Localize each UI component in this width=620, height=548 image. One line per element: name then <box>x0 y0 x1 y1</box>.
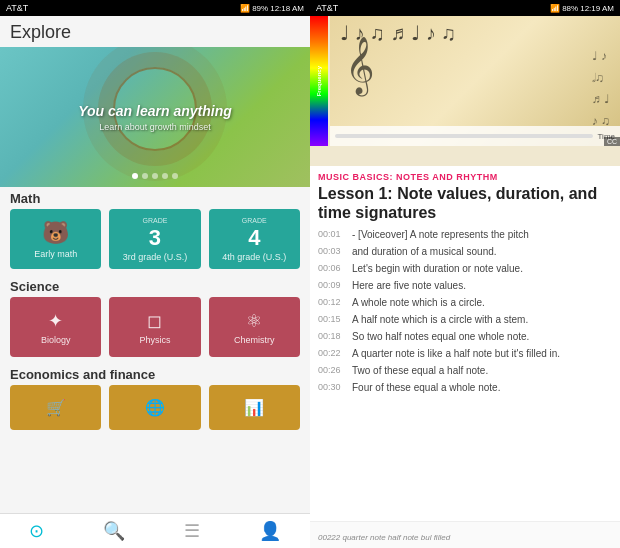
lesson-meta: MUSIC BASICS: NOTES AND RHYTHM <box>310 166 620 184</box>
note-bar-text: 00222 quarter note half note bul filled <box>318 533 450 542</box>
hero-banner[interactable]: You can learn anything Learn about growt… <box>0 47 310 187</box>
transcript-row: 00:12A whole note which is a circle. <box>318 296 612 309</box>
left-status-icons: 📶 89% 12:18 AM <box>240 4 304 13</box>
biology-label: Biology <box>39 335 73 345</box>
hero-dots <box>132 173 178 179</box>
transcript-timestamp: 00:15 <box>318 313 346 324</box>
econ-card-2[interactable]: 🌐 <box>109 385 200 430</box>
transcript-text: and duration of a musical sound. <box>352 245 497 258</box>
spectrum-label: Frequency <box>310 16 328 146</box>
math-label: Math <box>0 187 310 209</box>
transcript-text: Two of these equal a half note. <box>352 364 488 377</box>
transcript-text: Four of these equal a whole note. <box>352 381 500 394</box>
transcript-area[interactable]: 00:01- [Voiceover] A note represents the… <box>310 228 620 521</box>
transcript-text: A whole note which is a circle. <box>352 296 485 309</box>
transcript-row: 00:03and duration of a musical sound. <box>318 245 612 258</box>
early-math-label: Early math <box>32 249 79 259</box>
right-carrier: AT&T <box>316 3 338 13</box>
economics-grid: 🛒 🌐 📊 <box>0 385 310 436</box>
econ-card-1[interactable]: 🛒 <box>10 385 101 430</box>
nav-menu-icon[interactable]: ☰ <box>184 520 200 542</box>
transcript-text: Here are five note values. <box>352 279 466 292</box>
dot-1 <box>132 173 138 179</box>
biology-icon: ✦ <box>48 310 63 332</box>
economics-label: Economics and finance <box>0 363 310 385</box>
econ-icon-3: 📊 <box>244 398 264 417</box>
frequency-spectrum: Frequency <box>310 16 328 146</box>
hero-subtitle: Learn about growth mindset <box>99 122 211 132</box>
transcript-row: 00:01- [Voiceover] A note represents the… <box>318 228 612 241</box>
transcript-text: So two half notes equal one whole note. <box>352 330 529 343</box>
transcript-row: 00:26Two of these equal a half note. <box>318 364 612 377</box>
transcript-text: - [Voiceover] A note represents the pitc… <box>352 228 529 241</box>
grade3-sublabel: 3rd grade (U.S.) <box>121 252 190 262</box>
lesson-title: Lesson 1: Note values, duration, and tim… <box>310 184 620 228</box>
bottom-note-bar: 00222 quarter note half note bul filled <box>310 521 620 548</box>
grade4-label: Grade <box>242 217 267 224</box>
timeline-bar: Time <box>330 126 620 146</box>
econ-icon-2: 🌐 <box>145 398 165 417</box>
dot-3 <box>152 173 158 179</box>
nav-search-icon[interactable]: 🔍 <box>103 520 125 542</box>
hero-title: You can learn anything <box>78 103 232 119</box>
econ-icon-1: 🛒 <box>46 398 66 417</box>
transcript-row: 00:30Four of these equal a whole note. <box>318 381 612 394</box>
grade3-card[interactable]: Grade 3 3rd grade (U.S.) <box>109 209 200 269</box>
dot-4 <box>162 173 168 179</box>
right-status-icons: 📶 88% 12:19 AM <box>550 4 614 13</box>
transcript-timestamp: 00:06 <box>318 262 346 273</box>
grade3-num: 3 <box>149 227 161 249</box>
transcript-timestamp: 00:09 <box>318 279 346 290</box>
transcript-row: 00:18So two half notes equal one whole n… <box>318 330 612 343</box>
right-panel: AT&T 📶 88% 12:19 AM Frequency ♩ ♪ ♫ ♬ ♩ … <box>310 0 620 548</box>
transcript-timestamp: 00:18 <box>318 330 346 341</box>
grade4-sublabel: 4th grade (U.S.) <box>220 252 288 262</box>
bear-icon: 🐻 <box>42 220 69 246</box>
timeline-progress <box>335 134 593 138</box>
grade4-num: 4 <box>248 227 260 249</box>
dot-5 <box>172 173 178 179</box>
transcript-timestamp: 00:22 <box>318 347 346 358</box>
science-label: Science <box>0 275 310 297</box>
frequency-label: Frequency <box>316 66 322 96</box>
nav-home-icon[interactable]: ⊙ <box>29 520 44 542</box>
bottom-nav: ⊙ 🔍 ☰ 👤 <box>0 513 310 548</box>
grade3-label: Grade <box>143 217 168 224</box>
left-carrier: AT&T <box>6 3 28 13</box>
transcript-timestamp: 00:30 <box>318 381 346 392</box>
transcript-row: 00:15A half note which is a circle with … <box>318 313 612 326</box>
transcript-row: 00:06Let's begin with duration or note v… <box>318 262 612 275</box>
physics-icon: ◻ <box>147 310 162 332</box>
transcript-text: A quarter note is like a half note but i… <box>352 347 560 360</box>
math-grid: 🐻 Early math Grade 3 3rd grade (U.S.) Gr… <box>0 209 310 275</box>
video-area[interactable]: Frequency ♩ ♪ ♫ ♬ ♩ ♪ ♫ 𝄞 ♩ ♪ 𝅗𝅥 ♫ ♬ ♩ ♪… <box>310 16 620 166</box>
transcript-timestamp: 00:12 <box>318 296 346 307</box>
grade4-card[interactable]: Grade 4 4th grade (U.S.) <box>209 209 300 269</box>
chemistry-label: Chemistry <box>232 335 277 345</box>
big-music-note: 𝄞 <box>345 36 375 95</box>
chemistry-icon: ⚛ <box>246 310 262 332</box>
early-math-card[interactable]: 🐻 Early math <box>10 209 101 269</box>
transcript-timestamp: 00:26 <box>318 364 346 375</box>
science-grid: ✦ Biology ◻ Physics ⚛ Chemistry <box>0 297 310 363</box>
transcript-row: 00:09Here are five note values. <box>318 279 612 292</box>
transcript-timestamp: 00:03 <box>318 245 346 256</box>
transcript-timestamp: 00:01 <box>318 228 346 239</box>
video-corner-label: CC <box>604 137 620 146</box>
top-music-notes: ♩ ♪ ♫ ♬ ♩ ♪ ♫ <box>340 21 620 45</box>
nav-profile-icon[interactable]: 👤 <box>259 520 281 542</box>
small-music-notes: ♩ ♪ 𝅗𝅥 ♫ ♬ ♩ ♪ ♫ <box>592 46 610 132</box>
right-status-bar: AT&T 📶 88% 12:19 AM <box>310 0 620 16</box>
transcript-text: A half note which is a circle with a ste… <box>352 313 528 326</box>
physics-label: Physics <box>137 335 172 345</box>
explore-title: Explore <box>0 16 310 47</box>
dot-2 <box>142 173 148 179</box>
transcript-row: 00:22A quarter note is like a half note … <box>318 347 612 360</box>
left-panel: AT&T 📶 89% 12:18 AM Explore You can lear… <box>0 0 310 548</box>
econ-card-3[interactable]: 📊 <box>209 385 300 430</box>
left-status-bar: AT&T 📶 89% 12:18 AM <box>0 0 310 16</box>
chemistry-card[interactable]: ⚛ Chemistry <box>209 297 300 357</box>
physics-card[interactable]: ◻ Physics <box>109 297 200 357</box>
biology-card[interactable]: ✦ Biology <box>10 297 101 357</box>
transcript-text: Let's begin with duration or note value. <box>352 262 523 275</box>
